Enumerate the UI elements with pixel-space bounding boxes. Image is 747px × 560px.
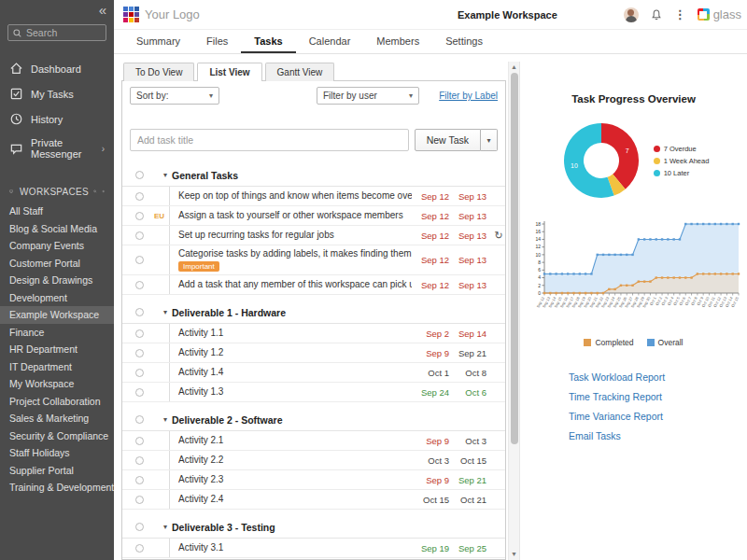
task-row[interactable]: Activity 1.2Sep 9Sep 21 [122, 343, 505, 363]
add-workspace-icon[interactable] [102, 186, 106, 197]
sidebar-item-history[interactable]: History [0, 106, 114, 132]
section-status-icon[interactable] [135, 415, 144, 424]
sidebar-search[interactable] [7, 24, 106, 41]
filter-by-user-dropdown[interactable]: Filter by user▾ [317, 87, 419, 105]
tab-summary[interactable]: Summary [123, 30, 193, 53]
task-row[interactable]: Add a task that any member of this works… [122, 275, 505, 295]
report-link-time-tracking-report[interactable]: Time Tracking Report [569, 391, 665, 402]
sidebar-collapse-icon[interactable]: « [99, 2, 106, 18]
tab-members[interactable]: Members [363, 30, 432, 53]
logo-text: Your Logo [145, 7, 200, 21]
scrollbar-thumb[interactable] [511, 73, 518, 444]
task-list-scrollbar[interactable]: ▲ ▼ [508, 62, 519, 560]
workspace-item[interactable]: IT Department [0, 358, 114, 376]
task-status-icon[interactable] [135, 349, 144, 357]
collapse-caret-icon[interactable]: ▾ [163, 415, 167, 424]
workspace-item[interactable]: Company Events [0, 237, 114, 255]
workspace-item[interactable]: Sales & Marketing [0, 410, 114, 427]
notifications-bell-icon[interactable] [650, 8, 663, 21]
workspace-item[interactable]: Design & Drawings [0, 272, 114, 289]
task-status-icon[interactable] [135, 281, 144, 289]
task-status-icon[interactable] [135, 256, 144, 264]
sidebar-item-private-messenger[interactable]: Private Messenger› [0, 132, 114, 165]
workspace-item[interactable]: Supplier Portal [0, 462, 114, 480]
task-status-icon[interactable] [135, 476, 144, 484]
task-row[interactable]: Activity 2.3Sep 9Sep 21 [122, 470, 505, 490]
workspace-item[interactable]: All Staff [0, 203, 114, 220]
new-task-button[interactable]: New Task [415, 129, 481, 151]
task-status-icon[interactable] [135, 496, 144, 504]
section-header[interactable]: ▾Deliverable 3 - Testing [122, 516, 505, 539]
report-link-task-workload-report[interactable]: Task Workload Report [569, 371, 665, 383]
workspace-item[interactable]: Customer Portal [0, 255, 114, 273]
workspace-item[interactable]: Training & Development [0, 479, 114, 497]
view-tab-list-view[interactable]: List View [197, 63, 261, 81]
new-task-dropdown-button[interactable]: ▾ [481, 129, 498, 151]
sort-by-dropdown[interactable]: Sort by:▾ [130, 87, 219, 105]
section-header[interactable]: ▾Deliverable 1 - Hardware [122, 301, 505, 324]
workspace-item[interactable]: Development [0, 289, 114, 307]
workspace-item[interactable]: HR Department [0, 341, 114, 358]
chart-marker [731, 273, 733, 274]
task-status-icon[interactable] [135, 212, 144, 220]
workspace-item[interactable]: Security & Compliance [0, 427, 114, 445]
task-status-icon[interactable] [135, 388, 144, 397]
chart-marker [572, 273, 574, 274]
tab-calendar[interactable]: Calendar [296, 30, 364, 53]
collapse-caret-icon[interactable]: ▾ [163, 308, 167, 316]
section-header[interactable]: ▾General Tasks [122, 164, 505, 187]
task-row[interactable]: EUAssign a task to yourself or other wor… [122, 206, 505, 226]
section-status-icon[interactable] [135, 523, 144, 531]
task-status-icon[interactable] [135, 456, 144, 465]
user-avatar[interactable] [624, 7, 639, 22]
chart-marker [719, 223, 721, 225]
task-row[interactable]: Activity 2.2Oct 3Oct 15 [122, 451, 505, 470]
scroll-down-icon[interactable]: ▼ [511, 549, 517, 560]
task-status-icon[interactable] [135, 544, 144, 553]
workspace-item[interactable]: My Workspace [0, 375, 114, 393]
collapse-caret-icon[interactable]: ▾ [163, 523, 167, 531]
tab-files[interactable]: Files [193, 30, 241, 53]
workspace-item[interactable]: Finance [0, 324, 114, 342]
scroll-up-icon[interactable]: ▲ [511, 62, 517, 73]
task-row[interactable]: Activity 1.4Oct 1Oct 8 [122, 363, 505, 383]
report-link-email-tasks[interactable]: Email Tasks [569, 430, 665, 441]
workspace-item[interactable]: Staff Holidays [0, 444, 114, 462]
section-header[interactable]: ▾Deliverable 2 - Software [122, 409, 505, 431]
sidebar: « DashboardMy TasksHistoryPrivate Messen… [0, 0, 114, 560]
tab-settings[interactable]: Settings [432, 30, 496, 53]
task-status-icon[interactable] [135, 369, 144, 377]
workspace-item[interactable]: Blog & Social Media [0, 220, 114, 238]
task-row[interactable]: Activity 2.4Oct 15Oct 21 [122, 490, 505, 510]
kebab-menu-icon[interactable]: ⋮ [674, 9, 686, 21]
task-row[interactable]: Activity 3.1Sep 19Sep 25 [122, 539, 505, 558]
workspace-item[interactable]: Project Collaboration [0, 393, 114, 411]
view-tab-gantt-view[interactable]: Gantt View [265, 63, 335, 81]
task-status-icon[interactable] [135, 329, 144, 338]
filter-by-label-link[interactable]: Filter by Label [439, 91, 498, 101]
task-row[interactable]: Activity 1.1Sep 2Sep 14 [122, 324, 505, 343]
task-title: Keep on top of things and know when item… [178, 190, 412, 202]
task-row[interactable]: Activity 1.3Sep 24Oct 6 [122, 383, 505, 402]
workspace-search-icon[interactable] [93, 186, 97, 197]
task-status-icon[interactable] [135, 192, 144, 201]
report-link-time-variance-report[interactable]: Time Variance Report [569, 411, 665, 422]
sidebar-item-my-tasks[interactable]: My Tasks [0, 81, 114, 106]
task-status-icon[interactable] [135, 231, 144, 240]
task-row[interactable]: Categorise tasks by adding labels, it ma… [122, 245, 505, 275]
add-task-input[interactable] [130, 129, 409, 151]
task-start-date: Sep 24 [416, 387, 449, 398]
view-tab-to-do-view[interactable]: To Do View [123, 63, 194, 81]
task-row[interactable]: Keep on top of things and know when item… [122, 187, 505, 206]
collapse-caret-icon[interactable]: ▾ [163, 171, 167, 179]
section-status-icon[interactable] [135, 171, 144, 179]
chart-marker [726, 223, 727, 225]
search-input[interactable] [26, 27, 101, 38]
workspace-item[interactable]: Example Workspace [0, 306, 114, 324]
section-status-icon[interactable] [135, 308, 144, 316]
tab-tasks[interactable]: Tasks [241, 30, 295, 53]
task-row[interactable]: Set up recurring tasks for regular jobsS… [122, 226, 505, 245]
task-row[interactable]: Activity 2.1Sep 9Oct 3 [122, 431, 505, 451]
sidebar-item-dashboard[interactable]: Dashboard [0, 56, 114, 81]
task-status-icon[interactable] [135, 437, 144, 445]
